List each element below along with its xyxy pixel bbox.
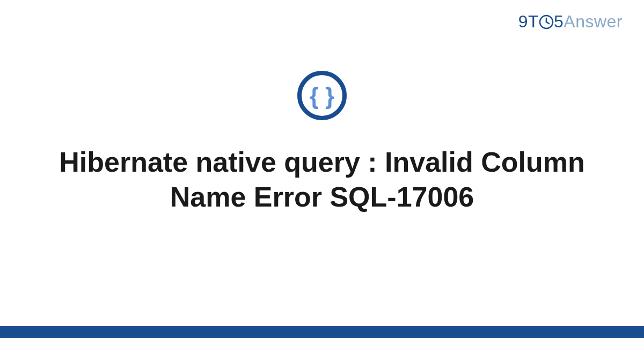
svg-text:{ }: { }: [310, 83, 334, 109]
svg-line-2: [546, 22, 549, 24]
brand-text-answer: Answer: [564, 12, 623, 31]
brand-text-9t: 9T: [518, 12, 539, 31]
footer-bar: [0, 326, 644, 338]
clock-icon: [539, 14, 554, 30]
page-title: Hibernate native query : Invalid Column …: [40, 145, 604, 215]
brand-logo: 9T5Answer: [518, 12, 623, 32]
brand-text-5: 5: [554, 12, 564, 31]
code-braces-icon: { }: [296, 70, 348, 121]
topic-icon-container: { }: [296, 70, 348, 123]
